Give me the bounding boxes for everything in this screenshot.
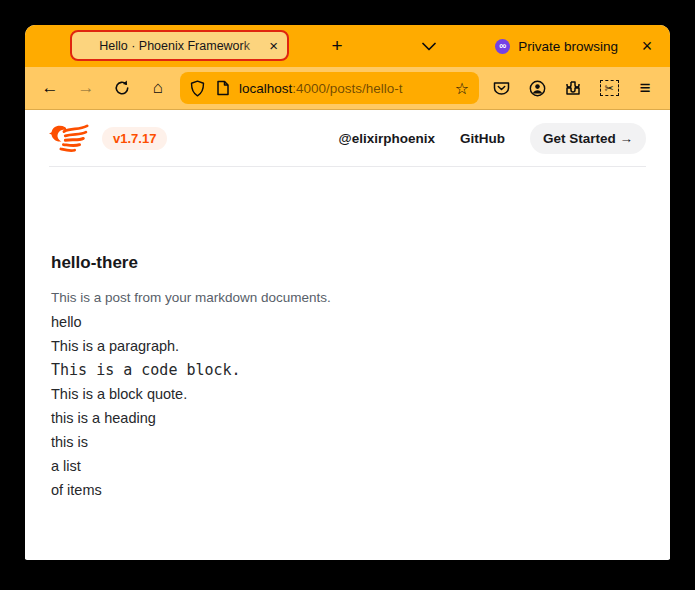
- link-github[interactable]: GitHub: [460, 131, 505, 146]
- menu-button[interactable]: ≡: [629, 72, 661, 104]
- list-all-tabs-button[interactable]: [414, 31, 444, 61]
- post-title: hello-there: [51, 253, 644, 273]
- tab-title-fade: [241, 39, 267, 53]
- tab-bar: Hello · Phoenix Framework × + ∞ Private …: [25, 25, 670, 67]
- screenshot-button[interactable]: ✂: [593, 72, 625, 104]
- account-icon: [529, 80, 546, 97]
- pocket-icon: [493, 81, 510, 96]
- hamburger-menu-icon: ≡: [639, 77, 650, 99]
- window-close-button[interactable]: ×: [632, 31, 662, 61]
- page-content: v1.7.17 @elixirphoenix GitHub Get Starte…: [25, 110, 670, 559]
- forward-button[interactable]: →: [70, 72, 102, 104]
- post-code-line: This is a code block.: [51, 358, 644, 382]
- url-bar[interactable]: localhost:4000/posts/hello-t ☆: [180, 72, 479, 104]
- private-mask-icon: ∞: [495, 39, 510, 54]
- chevron-down-icon: [422, 42, 436, 51]
- phoenix-logo[interactable]: [49, 124, 89, 154]
- puzzle-piece-icon: [565, 80, 581, 96]
- post-line: this is: [51, 430, 644, 454]
- account-button[interactable]: [521, 72, 553, 104]
- post-subtitle: This is a post from your markdown docume…: [51, 286, 644, 310]
- post-line: of items: [51, 478, 644, 502]
- post-line: This is a paragraph.: [51, 334, 644, 358]
- site-header: v1.7.17 @elixirphoenix GitHub Get Starte…: [49, 110, 646, 167]
- tab-title: Hello · Phoenix Framework: [82, 39, 267, 53]
- post-article: hello-there This is a post from your mar…: [25, 167, 670, 502]
- get-started-button[interactable]: Get Started →: [530, 123, 646, 154]
- version-badge: v1.7.17: [102, 127, 167, 150]
- home-button[interactable]: ⌂: [142, 72, 174, 104]
- private-browsing-label: Private browsing: [518, 39, 618, 54]
- bookmark-star-icon[interactable]: ☆: [449, 75, 475, 101]
- post-line: hello: [51, 310, 644, 334]
- reload-icon: [114, 80, 130, 96]
- back-button[interactable]: ←: [34, 72, 66, 104]
- url-host: localhost: [239, 81, 292, 96]
- post-line: this is a heading: [51, 406, 644, 430]
- browser-window: Hello · Phoenix Framework × + ∞ Private …: [25, 25, 670, 560]
- post-line: a list: [51, 454, 644, 478]
- navigation-toolbar: ← → ⌂ localhost:4000/posts/hello-t ☆: [25, 67, 670, 110]
- extensions-button[interactable]: [557, 72, 589, 104]
- tab-close-icon[interactable]: ×: [267, 37, 280, 54]
- new-tab-button[interactable]: +: [322, 31, 352, 61]
- shield-icon[interactable]: [190, 80, 205, 97]
- post-line: This is a block quote.: [51, 382, 644, 406]
- private-browsing-indicator: ∞ Private browsing: [495, 25, 618, 67]
- link-elixirphoenix[interactable]: @elixirphoenix: [339, 131, 435, 146]
- screenshot-icon: ✂: [600, 80, 619, 96]
- header-links: @elixirphoenix GitHub Get Started →: [339, 123, 646, 154]
- tab-title-text: Hello · Phoenix Framework: [99, 39, 250, 53]
- url-fade: [427, 81, 449, 96]
- pocket-button[interactable]: [485, 72, 517, 104]
- page-info-icon[interactable]: [216, 80, 230, 96]
- url-text[interactable]: localhost:4000/posts/hello-t: [239, 81, 449, 96]
- tab-hello-phoenix[interactable]: Hello · Phoenix Framework ×: [70, 30, 289, 61]
- url-path: :4000/posts/hello-t: [292, 81, 402, 96]
- reload-button[interactable]: [106, 72, 138, 104]
